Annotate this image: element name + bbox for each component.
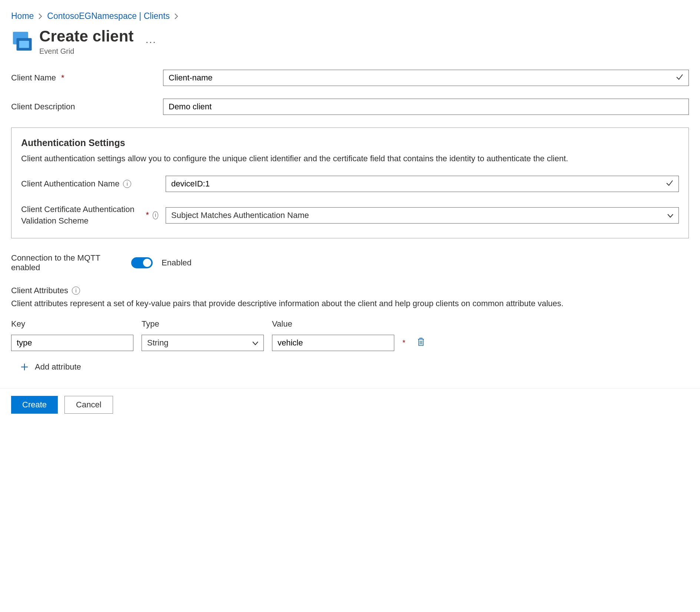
trash-icon [417, 337, 425, 347]
required-indicator: * [402, 338, 408, 347]
client-attributes-heading: Client Attributes [11, 286, 68, 295]
auth-description: Client authentication settings allow you… [21, 153, 679, 165]
breadcrumb-namespace-clients[interactable]: ContosoEGNamespace | Clients [47, 11, 170, 21]
chevron-right-icon [174, 13, 179, 20]
authentication-settings-section: Authentication Settings Client authentic… [11, 128, 689, 238]
client-name-input[interactable] [163, 70, 689, 86]
page-title: Create client [39, 28, 134, 45]
attr-key-input[interactable] [11, 335, 133, 351]
footer: Create Cancel [0, 388, 700, 423]
info-icon[interactable]: i [72, 287, 80, 295]
client-description-input[interactable] [163, 99, 689, 115]
svg-rect-2 [19, 41, 29, 48]
cancel-button[interactable]: Cancel [64, 396, 113, 414]
delete-attribute-button[interactable] [417, 337, 427, 349]
mqtt-label: Connection to the MQTT enabled [11, 253, 122, 272]
auth-name-label: Client Authentication Name i [21, 179, 158, 189]
client-description-label: Client Description [11, 102, 156, 112]
more-actions-button[interactable]: ··· [146, 33, 156, 51]
mqtt-state: Enabled [162, 258, 192, 268]
auth-scheme-select[interactable]: Subject Matches Authentication Name [166, 207, 679, 224]
page-header: Create client Event Grid ··· [11, 28, 689, 56]
create-button[interactable]: Create [11, 396, 58, 414]
breadcrumb-home[interactable]: Home [11, 11, 34, 21]
attr-type-select[interactable]: String [142, 335, 264, 351]
attr-value-input[interactable] [272, 335, 394, 351]
auth-name-input[interactable] [166, 176, 679, 192]
mqtt-toggle[interactable] [131, 257, 153, 268]
chevron-right-icon [38, 13, 43, 20]
event-grid-icon [11, 30, 33, 52]
client-attributes-description: Client attributes represent a set of key… [11, 298, 689, 310]
breadcrumb: Home ContosoEGNamespace | Clients [11, 11, 689, 21]
add-attribute-button[interactable]: Add attribute [20, 362, 689, 372]
auth-heading: Authentication Settings [21, 138, 679, 148]
add-attribute-label: Add attribute [35, 362, 81, 372]
attr-col-type: Type [142, 319, 264, 329]
info-icon[interactable]: i [153, 211, 158, 219]
plus-icon [20, 363, 29, 371]
client-name-label: Client Name* [11, 73, 156, 83]
attr-col-value: Value [272, 319, 394, 329]
info-icon[interactable]: i [123, 180, 131, 188]
attr-col-key: Key [11, 319, 133, 329]
page-subtitle: Event Grid [39, 47, 134, 56]
auth-scheme-label: Client Certificate Authentication Valida… [21, 204, 158, 227]
